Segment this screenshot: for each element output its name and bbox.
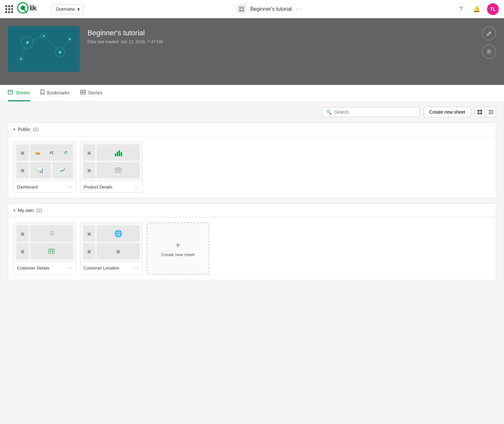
svg-rect-32	[480, 110, 482, 112]
topnav: lik Overview ▾ Beginner's tutorial ··· ?…	[0, 0, 504, 18]
tab-bookmarks[interactable]: Bookmarks	[40, 85, 70, 102]
svg-rect-25	[8, 90, 13, 94]
hero-section: Beginner's tutorial Data last loaded: Ja…	[0, 18, 504, 85]
qlik-logo: lik	[17, 2, 46, 16]
svg-point-22	[20, 58, 22, 60]
notifications-icon[interactable]: 🔔	[471, 4, 482, 14]
hero-actions	[482, 26, 496, 59]
my-own-cards-grid: ▣ ▣ ⠿	[8, 217, 496, 280]
dashboard-menu[interactable]: ···	[67, 184, 72, 190]
app-switcher-icon[interactable]	[5, 5, 13, 13]
tab-sheets[interactable]: Sheets	[8, 85, 30, 101]
chevron-down-icon-2: ▾	[13, 208, 15, 213]
svg-point-23	[69, 38, 71, 40]
content-area: 🔍 Create new sheet	[0, 102, 504, 291]
hero-info: Beginner's tutorial Data last loaded: Ja…	[87, 26, 163, 44]
public-section-header[interactable]: ▾ Public (2)	[8, 123, 496, 136]
tab-stories[interactable]: Stories	[80, 85, 102, 101]
svg-point-21	[43, 35, 45, 37]
customer-location-preview: ▣ ▣ 🌐 ▣	[80, 223, 142, 262]
nav-dropdown[interactable]: Overview ▾	[52, 4, 84, 14]
svg-rect-8	[242, 9, 244, 11]
sheet-card-dashboard[interactable]: ▣ ▣ 🥧 #1 ↺ 📊 D	[13, 141, 76, 193]
product-details-menu[interactable]: ···	[134, 184, 139, 190]
topnav-center: Beginner's tutorial ···	[88, 5, 452, 14]
create-new-sheet-label: Create new sheet	[161, 252, 195, 257]
svg-rect-7	[240, 9, 241, 11]
svg-rect-36	[489, 112, 493, 112]
help-icon[interactable]: ?	[456, 4, 466, 14]
topnav-more-options[interactable]: ···	[296, 6, 303, 12]
chevron-down-icon: ▾	[77, 7, 80, 12]
toolbar-row: 🔍 Create new sheet	[8, 107, 496, 117]
grid-view-button[interactable]	[475, 107, 485, 117]
stories-icon	[80, 90, 86, 96]
svg-rect-31	[478, 110, 480, 112]
bookmarks-icon	[40, 90, 44, 96]
svg-text:lik: lik	[29, 4, 37, 12]
svg-rect-42	[115, 168, 121, 172]
dashboard-footer: Dashboard ···	[14, 181, 76, 192]
svg-rect-6	[242, 7, 244, 9]
svg-rect-33	[478, 112, 480, 114]
topnav-app-title: Beginner's tutorial	[250, 6, 292, 12]
svg-rect-40	[119, 150, 120, 156]
search-box[interactable]: 🔍	[322, 107, 420, 117]
avatar[interactable]: TL	[487, 3, 499, 15]
create-new-sheet-card[interactable]: + Create new sheet	[147, 222, 209, 275]
create-sheet-button[interactable]: Create new sheet	[424, 107, 471, 117]
app-thumbnail	[8, 26, 80, 72]
edit-button[interactable]	[482, 26, 496, 41]
public-section-label: Public	[18, 127, 30, 132]
list-view-button[interactable]	[486, 107, 496, 117]
sheet-card-product-details[interactable]: ▣ ▣	[80, 141, 143, 193]
settings-button[interactable]	[482, 44, 496, 59]
search-input[interactable]	[334, 109, 416, 115]
my-own-section-label: My own	[18, 208, 34, 213]
product-details-preview: ▣ ▣	[80, 142, 142, 181]
svg-rect-35	[489, 110, 493, 111]
svg-point-19	[26, 41, 29, 44]
customer-location-name: Customer Location	[84, 266, 119, 270]
my-own-section: ▾ My own (2) ▣ ▣ ⠿	[8, 204, 496, 280]
product-details-name: Product Details	[84, 185, 112, 189]
svg-rect-9	[8, 26, 80, 72]
customer-details-preview: ▣ ▣ ⠿	[14, 223, 76, 262]
tab-bookmarks-label: Bookmarks	[47, 90, 70, 95]
tab-sheets-label: Sheets	[16, 90, 30, 95]
svg-point-24	[488, 51, 490, 53]
public-cards-grid: ▣ ▣ 🥧 #1 ↺ 📊 D	[8, 136, 496, 198]
svg-point-20	[59, 51, 61, 54]
public-section: ▾ Public (2) ▣ ▣ 🥧 #1 ↺ 📊	[8, 122, 496, 198]
my-own-section-header[interactable]: ▾ My own (2)	[8, 204, 496, 217]
svg-rect-38	[115, 154, 116, 156]
customer-location-menu[interactable]: ···	[134, 265, 139, 271]
sheet-card-customer-details[interactable]: ▣ ▣ ⠿	[13, 222, 76, 275]
svg-rect-47	[49, 249, 55, 253]
app-icon	[237, 5, 246, 14]
view-toggle	[475, 107, 496, 117]
sheet-card-customer-location[interactable]: ▣ ▣ 🌐 ▣ Customer Location ···	[80, 222, 143, 275]
topnav-right: ? 🔔 TL	[456, 3, 499, 15]
customer-location-footer: Customer Location ···	[80, 262, 142, 273]
product-details-footer: Product Details ···	[80, 181, 142, 192]
svg-rect-5	[240, 7, 241, 9]
chevron-down-icon: ▾	[13, 127, 15, 132]
hero-title: Beginner's tutorial	[87, 29, 163, 37]
customer-details-footer: Customer Details ···	[14, 262, 76, 273]
svg-rect-37	[489, 113, 493, 114]
svg-rect-39	[117, 152, 118, 156]
tab-stories-label: Stories	[88, 90, 102, 95]
svg-rect-41	[121, 152, 122, 156]
svg-rect-34	[480, 112, 482, 114]
dashboard-name: Dashboard	[17, 185, 38, 189]
my-own-section-count: (2)	[36, 208, 42, 213]
public-section-count: (2)	[33, 127, 39, 132]
tabs-bar: Sheets Bookmarks Stories	[0, 85, 504, 102]
create-plus-icon: +	[175, 240, 181, 250]
svg-point-28	[82, 91, 84, 93]
customer-details-name: Customer Details	[17, 266, 50, 270]
customer-details-menu[interactable]: ···	[67, 265, 72, 271]
nav-dropdown-label: Overview	[56, 7, 75, 12]
search-icon: 🔍	[326, 109, 332, 115]
